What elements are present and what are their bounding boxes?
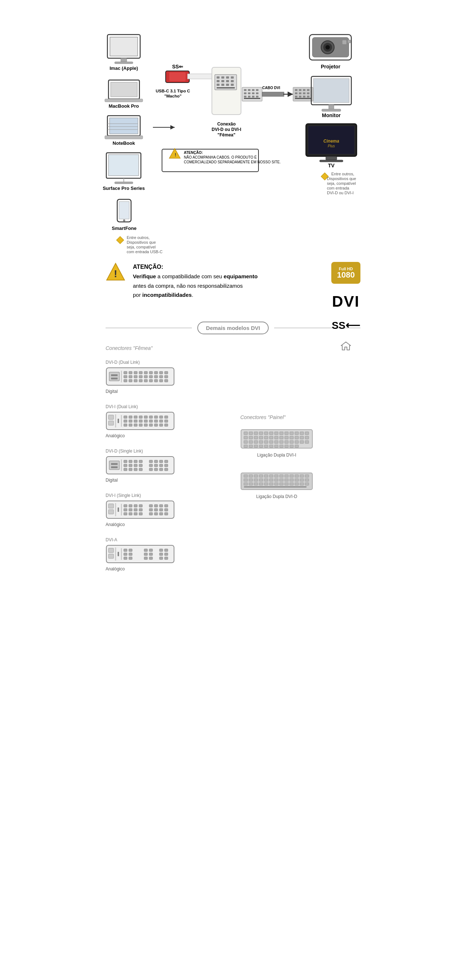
svg-rect-303 <box>300 475 304 477</box>
dvi-conn-label3: "Fêmea" <box>217 132 235 137</box>
svg-rect-127 <box>115 414 116 428</box>
ss-usb-badge: SS⟵ <box>332 320 360 331</box>
svg-rect-196 <box>149 504 153 507</box>
svg-rect-293 <box>249 475 253 477</box>
svg-rect-158 <box>109 461 120 469</box>
svg-rect-123 <box>164 379 168 382</box>
svg-rect-228 <box>124 553 127 555</box>
svg-rect-96 <box>121 371 122 382</box>
svg-rect-29 <box>231 76 234 79</box>
svg-rect-30 <box>217 80 220 82</box>
svg-rect-156 <box>164 424 168 426</box>
svg-rect-126 <box>109 421 113 425</box>
svg-rect-184 <box>160 468 163 471</box>
svg-rect-162 <box>124 460 127 463</box>
svg-rect-149 <box>129 424 132 426</box>
svg-rect-62 <box>303 92 305 94</box>
svg-rect-263 <box>290 436 294 439</box>
big-warning-icon: ! <box>105 262 126 282</box>
dvia-sub: Analógico <box>105 566 226 571</box>
svg-rect-16 <box>115 182 133 184</box>
svg-rect-320 <box>254 483 258 485</box>
tv-label: TV <box>328 162 335 169</box>
svg-rect-285 <box>270 445 273 447</box>
attention-section: ! ATENÇÃO: Verifique a compatibilidade c… <box>95 262 371 300</box>
smartphone-label: SmartFone <box>112 226 137 231</box>
svg-rect-288 <box>285 445 288 447</box>
usbc-label1: USB-C 3.1 Tipo C <box>156 89 190 93</box>
warning-bold: ATENÇÃO: <box>184 150 203 154</box>
attention-row: ! ATENÇÃO: Verifique a compatibilidade c… <box>105 262 361 300</box>
svg-rect-37 <box>231 84 234 86</box>
svg-rect-41 <box>248 89 251 91</box>
dvi-conn-label2: DVI-D ou DVI-I <box>212 127 241 132</box>
svg-rect-216 <box>106 545 174 563</box>
svg-rect-246 <box>270 432 273 435</box>
left-info4: com entrada USB-C <box>127 250 162 254</box>
svg-rect-34 <box>217 84 220 86</box>
svg-rect-205 <box>154 509 158 511</box>
svg-rect-311 <box>274 479 278 481</box>
tv-brand2: Plus <box>328 144 335 148</box>
tv-brand: Cinema <box>323 138 339 144</box>
section-divider: Demais modelos DVI <box>105 321 361 334</box>
svg-rect-298 <box>274 475 278 477</box>
svg-rect-226 <box>160 549 163 552</box>
svg-rect-111 <box>149 375 153 378</box>
dvii-dual-label: DVI-I (Dual Link) <box>105 404 226 409</box>
svg-rect-129 <box>121 415 122 427</box>
svg-rect-53 <box>262 92 284 96</box>
female-connectors-title: Conectores "Fêmea" <box>105 345 226 351</box>
svg-rect-255 <box>249 436 253 439</box>
svg-rect-165 <box>139 460 142 463</box>
svg-rect-271 <box>264 441 268 444</box>
svg-rect-202 <box>134 509 137 511</box>
svg-rect-31 <box>221 80 224 82</box>
svg-rect-141 <box>134 420 137 422</box>
svg-rect-252 <box>300 432 304 435</box>
svg-rect-154 <box>154 424 158 426</box>
svg-rect-52 <box>244 98 260 99</box>
svg-rect-159 <box>111 463 118 465</box>
svg-rect-221 <box>121 548 122 560</box>
svg-rect-180 <box>134 468 137 471</box>
svg-rect-61 <box>299 92 302 94</box>
svg-rect-257 <box>259 436 263 439</box>
svg-rect-324 <box>274 483 278 485</box>
svg-rect-225 <box>149 549 153 552</box>
attention-equipamento: equipamento <box>223 273 257 279</box>
macbook-label: MacBook Pro <box>109 103 139 109</box>
svg-rect-204 <box>149 509 153 511</box>
dvii-single-label: DVI-I (Single Link) <box>105 493 226 498</box>
dvia-svg <box>105 544 175 563</box>
svg-rect-140 <box>129 420 132 422</box>
svg-rect-244 <box>259 432 263 435</box>
svg-rect-35 <box>221 84 224 86</box>
svg-rect-177 <box>164 464 168 467</box>
svg-rect-58 <box>303 89 305 91</box>
svg-rect-40 <box>244 89 246 91</box>
dvii-dual-svg <box>105 411 175 430</box>
svg-point-73 <box>326 45 330 49</box>
svg-rect-203 <box>139 509 142 511</box>
svg-rect-97 <box>124 371 127 374</box>
svg-rect-260 <box>274 436 278 439</box>
svg-rect-9 <box>105 136 143 139</box>
svg-rect-213 <box>154 512 158 515</box>
svg-rect-282 <box>254 445 258 447</box>
female-connectors: Conectores "Fêmea" DVI-D (Dual Link) <box>105 345 226 582</box>
svg-rect-133 <box>139 416 142 418</box>
svg-rect-248 <box>279 432 283 435</box>
svg-rect-278 <box>300 441 304 444</box>
svg-rect-143 <box>144 420 147 422</box>
svg-rect-161 <box>121 460 122 471</box>
svg-rect-318 <box>244 483 247 485</box>
svg-rect-173 <box>139 464 142 467</box>
svg-rect-102 <box>149 371 153 374</box>
dvii-dual-sub: Analógico <box>105 433 226 438</box>
svg-rect-187 <box>109 504 113 508</box>
svg-rect-48 <box>244 95 246 97</box>
dvid-dual-sub: Digital <box>105 389 226 394</box>
svg-rect-160 <box>111 466 118 468</box>
svg-rect-131 <box>129 416 132 418</box>
